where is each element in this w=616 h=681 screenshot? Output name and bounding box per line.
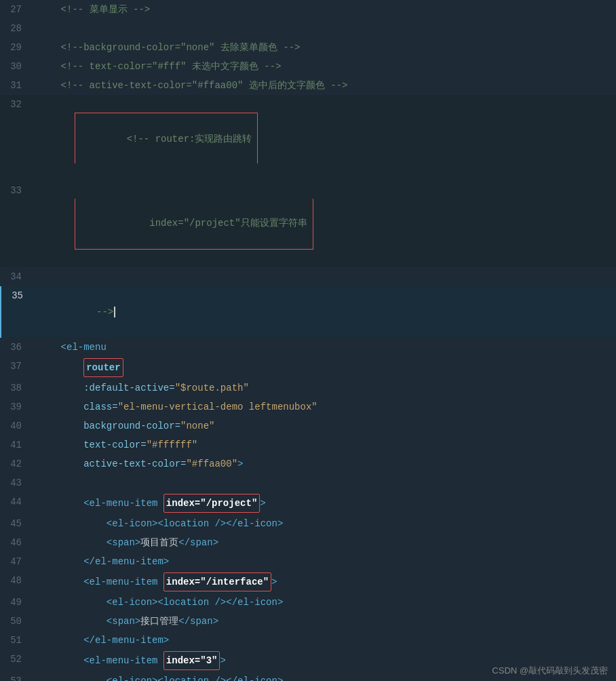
index-3-highlight: index="3" (163, 651, 220, 670)
line-content-47: </el-menu-item> (33, 553, 616, 570)
code-line-49: 49 <el-icon><location /></el-icon> (0, 593, 616, 612)
line-num-47: 47 (0, 553, 33, 570)
line-num-44: 44 (0, 494, 33, 510)
code-line-48: 48 <el-menu-item index="/interface"> (0, 571, 616, 593)
line-num-35: 35 (1, 288, 34, 304)
line-content-51: </el-menu-item> (33, 632, 616, 648)
line-content-39: class="el-menu-vertical-demo leftmenubox… (33, 399, 616, 415)
line-num-39: 39 (0, 399, 33, 415)
line-content-33: index="/project"只能设置字符串 (33, 182, 616, 266)
line-content-45: <el-icon><location /></el-icon> (33, 515, 616, 532)
line-num-29: 29 (0, 39, 33, 56)
line-num-45: 45 (0, 515, 33, 532)
code-line-29: 29 <!--background-color="none" 去除菜单颜色 --… (0, 38, 616, 57)
code-line-39: 39 class="el-menu-vertical-demo leftmenu… (0, 397, 616, 416)
code-line-38: 38 :default-active="$route.path" (0, 378, 616, 397)
code-line-42: 42 active-text-color="#ffaa00"> (0, 454, 616, 473)
code-line-32: 32 <!-- router:实现路由跳转 (0, 95, 616, 181)
line-content-48: <el-menu-item index="/interface"> (33, 572, 616, 591)
code-line-47: 47 </el-menu-item> (0, 552, 616, 571)
line-content-35: --> (34, 288, 616, 336)
code-editor: 27 <!-- 菜单显示 --> 28 29 <!--background-co… (0, 0, 616, 681)
code-line-30: 30 <!-- text-color="#fff" 未选中文字颜色 --> (0, 57, 616, 76)
router-highlight: router (83, 358, 123, 377)
line-num-32: 32 (0, 96, 33, 113)
index-project-highlight: index="/project" (163, 494, 260, 513)
code-line-44: 44 <el-menu-item index="/project"> (0, 492, 616, 514)
line-num-50: 50 (0, 613, 33, 629)
code-line-50: 50 <span>接口管理</span> (0, 612, 616, 631)
line-content-41: text-color="#ffffff" (33, 437, 616, 453)
line-num-51: 51 (0, 632, 33, 648)
code-line-41: 41 text-color="#ffffff" (0, 435, 616, 454)
line-num-38: 38 (0, 380, 33, 396)
code-line-43: 43 (0, 473, 616, 492)
code-line-37: 37 router (0, 357, 616, 378)
code-line-45: 45 <el-icon><location /></el-icon> (0, 514, 616, 533)
line-content-30: <!-- text-color="#fff" 未选中文字颜色 --> (33, 58, 616, 75)
line-content-44: <el-menu-item index="/project"> (33, 494, 616, 513)
line-num-46: 46 (0, 534, 33, 551)
line-num-53: 53 (0, 673, 33, 681)
line-num-30: 30 (0, 58, 33, 75)
line-num-43: 43 (0, 475, 33, 491)
footer-credit: CSDN @敲代码敲到头发茂密 (484, 661, 616, 681)
line-content-36: <el-menu (33, 339, 616, 355)
line-num-41: 41 (0, 437, 33, 453)
line-num-34: 34 (0, 269, 33, 285)
line-num-49: 49 (0, 594, 33, 610)
code-line-36: 36 <el-menu (0, 338, 616, 357)
line-content-32: <!-- router:实现路由跳转 (33, 96, 616, 180)
line-num-28: 28 (0, 20, 33, 37)
line-num-33: 33 (0, 182, 33, 199)
code-line-33: 33 index="/project"只能设置字符串 (0, 181, 616, 267)
line-content-49: <el-icon><location /></el-icon> (33, 594, 616, 610)
index-interface-highlight: index="/interface" (163, 572, 271, 591)
line-content-37: router (33, 358, 616, 377)
line-content-31: <!-- active-text-color="#ffaa00" 选中后的文字颜… (33, 77, 616, 94)
line-content-40: background-color="none" (33, 418, 616, 434)
line-content-46: <span>项目首页</span> (33, 534, 616, 551)
code-line-35: 35 --> (0, 286, 616, 338)
line-num-31: 31 (0, 77, 33, 94)
line-num-42: 42 (0, 456, 33, 472)
line-num-52: 52 (0, 651, 33, 667)
line-num-37: 37 (0, 358, 33, 374)
line-num-27: 27 (0, 1, 33, 18)
code-line-27: 27 <!-- 菜单显示 --> (0, 0, 616, 19)
code-line-46: 46 <span>项目首页</span> (0, 533, 616, 552)
line-content-50: <span>接口管理</span> (33, 613, 616, 629)
line-content-27: <!-- 菜单显示 --> (33, 1, 616, 18)
line-num-36: 36 (0, 339, 33, 355)
code-line-31: 31 <!-- active-text-color="#ffaa00" 选中后的… (0, 76, 616, 95)
line-content-38: :default-active="$route.path" (33, 380, 616, 396)
line-num-48: 48 (0, 572, 33, 589)
code-line-51: 51 </el-menu-item> (0, 631, 616, 650)
code-line-40: 40 background-color="none" (0, 416, 616, 435)
code-line-34: 34 (0, 267, 616, 286)
code-line-28: 28 (0, 19, 616, 38)
line-content-42: active-text-color="#ffaa00"> (33, 456, 616, 472)
line-content-29: <!--background-color="none" 去除菜单颜色 --> (33, 39, 616, 56)
line-num-40: 40 (0, 418, 33, 434)
